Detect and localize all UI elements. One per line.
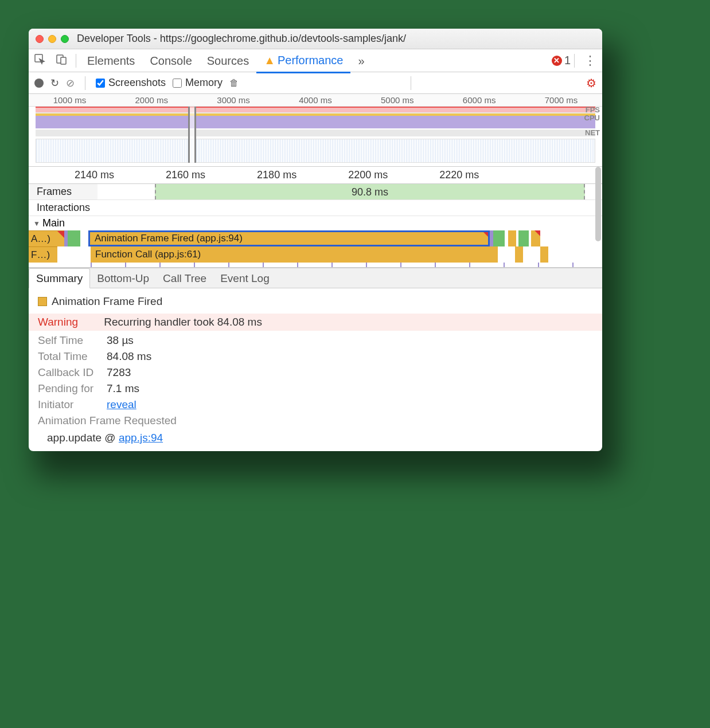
ruler-tick: 2140 ms [75, 169, 114, 181]
tab-performance-label: Performance [278, 54, 344, 66]
menu-icon[interactable]: ⋮ [578, 53, 602, 68]
stack-frame: app.update @ app.js:94 [38, 432, 593, 444]
overview-ruler: 1000 ms 2000 ms 3000 ms 4000 ms 5000 ms … [29, 94, 602, 107]
memory-label: Memory [185, 77, 223, 89]
overview-fps [36, 107, 595, 112]
inspect-icon[interactable] [29, 53, 50, 68]
details-tabs: Summary Bottom-Up Call Tree Event Log [29, 268, 602, 288]
minimize-icon[interactable] [48, 35, 56, 43]
record-button[interactable] [34, 79, 44, 88]
perf-toolbar: ↻ ⊘ Screenshots Memory 🗑 ⚙ [29, 72, 602, 94]
clear-button[interactable]: ⊘ [66, 77, 75, 89]
memory-checkbox[interactable]: Memory [173, 77, 223, 89]
error-count: 1 [564, 54, 571, 67]
total-time-key: Total Time [38, 350, 107, 363]
error-badge[interactable]: ✕1 [552, 54, 571, 67]
warning-icon: ▲ [264, 54, 275, 66]
overview-cpu [36, 112, 595, 128]
divider [85, 76, 85, 90]
reload-button[interactable]: ↻ [50, 77, 59, 89]
frame-duration[interactable]: 90.8 ms [155, 184, 585, 199]
interactions-track[interactable]: Interactions [29, 200, 602, 216]
divider [76, 54, 76, 68]
tab-event-log[interactable]: Event Log [213, 269, 276, 288]
trash-icon[interactable]: 🗑 [229, 78, 239, 88]
pending-key: Pending for [38, 382, 107, 395]
ov-tick: 6000 ms [463, 95, 496, 105]
tab-summary[interactable]: Summary [29, 268, 90, 288]
interactions-label: Interactions [29, 200, 97, 216]
chevron-down-icon: ▼ [33, 220, 40, 228]
traffic-lights [36, 35, 69, 43]
error-icon: ✕ [552, 56, 562, 66]
tab-elements[interactable]: Elements [80, 49, 142, 72]
ov-tick: 2000 ms [135, 95, 168, 105]
source-link[interactable]: app.js:94 [119, 432, 163, 444]
color-swatch-icon [38, 297, 47, 306]
flamechart-pane[interactable]: 2140 ms 2160 ms 2180 ms 2200 ms 2220 ms … [29, 167, 602, 268]
screenshots-label: Screenshots [108, 77, 166, 89]
fc-label: Function Call (app.js:61) [95, 249, 201, 260]
flame-tail [498, 246, 548, 263]
main-label: Main [42, 217, 65, 229]
self-time-key: Self Time [38, 334, 107, 347]
long-task-marker-icon [57, 231, 64, 238]
screenshots-checkbox[interactable]: Screenshots [96, 77, 166, 89]
titlebar[interactable]: Developer Tools - https://googlechrome.g… [29, 29, 602, 49]
detail-ruler: 2140 ms 2160 ms 2180 ms 2200 ms 2220 ms [29, 167, 602, 184]
af-label: Animation Frame Fired (app.js:94) [95, 233, 243, 244]
callback-val: 7283 [107, 366, 131, 379]
zoom-icon[interactable] [61, 35, 69, 43]
ov-tick: 4000 ms [299, 95, 332, 105]
divider [411, 76, 411, 90]
scrollbar-thumb[interactable] [595, 167, 601, 241]
tab-console[interactable]: Console [142, 49, 199, 72]
flame-stub[interactable]: A…) [29, 230, 64, 246]
flame-tail [490, 230, 540, 246]
tab-call-tree[interactable]: Call Tree [156, 269, 213, 288]
settings-icon[interactable]: ⚙ [586, 76, 596, 90]
overview-net [36, 130, 595, 136]
tab-sources[interactable]: Sources [200, 49, 256, 72]
tab-bottom-up[interactable]: Bottom-Up [90, 269, 156, 288]
ruler-tick: 2160 ms [166, 169, 205, 181]
long-task-marker-icon [482, 230, 490, 238]
tab-more[interactable]: » [350, 49, 372, 72]
cpu-label: CPU [584, 113, 600, 122]
initiator-key: Initiator [38, 398, 107, 411]
device-toggle-icon[interactable] [50, 53, 72, 68]
ruler-tick: 2220 ms [439, 169, 479, 181]
frames-track[interactable]: Frames 90.8 ms [29, 184, 602, 200]
callback-key: Callback ID [38, 366, 107, 379]
summary-panel: Animation Frame Fired Warning Recurring … [29, 288, 602, 451]
ov-tick: 7000 ms [545, 95, 578, 105]
divider [574, 54, 575, 68]
frames-label: Frames [29, 184, 97, 199]
self-time-val: 38 µs [107, 334, 134, 347]
main-track-toggle[interactable]: ▼Main [29, 216, 602, 230]
total-time-val: 84.08 ms [107, 350, 151, 363]
devtools-window: Developer Tools - https://googlechrome.g… [29, 29, 602, 451]
reveal-link[interactable]: reveal [107, 398, 136, 411]
overview-selection-handle[interactable] [188, 107, 196, 163]
animation-frame-fired-bar[interactable]: Animation Frame Fired (app.js:94) [88, 230, 490, 246]
flame-stub-label: A…) [31, 233, 50, 245]
ov-tick: 5000 ms [381, 95, 414, 105]
request-label: Animation Frame Requested [38, 414, 593, 427]
main-track: ▼Main A…) Animation Frame Fired (app.js:… [29, 216, 602, 268]
ruler-tick: 2180 ms [257, 169, 297, 181]
ov-tick: 1000 ms [53, 95, 87, 105]
summary-title-row: Animation Frame Fired [38, 295, 593, 308]
ov-tick: 3000 ms [217, 95, 250, 105]
summary-title: Animation Frame Fired [52, 295, 162, 308]
net-label: NET [585, 128, 600, 137]
overview-filmstrip [36, 139, 595, 163]
close-icon[interactable] [36, 35, 44, 43]
tab-performance[interactable]: ▲Performance [256, 49, 350, 73]
overview-pane[interactable]: 1000 ms 2000 ms 3000 ms 4000 ms 5000 ms … [29, 94, 602, 167]
function-call-bar[interactable]: Function Call (app.js:61) [91, 246, 498, 263]
flame-stub[interactable]: F…) [29, 246, 57, 263]
warning-row: Warning Recurring handler took 84.08 ms [29, 314, 602, 331]
stack-call-text: app.update @ [47, 432, 119, 444]
ruler-tick: 2200 ms [348, 169, 388, 181]
